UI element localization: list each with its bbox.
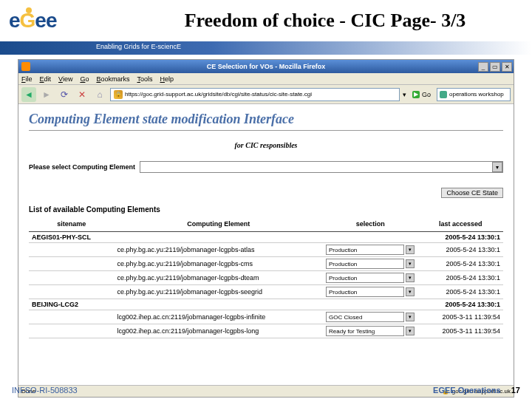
chevron-down-icon[interactable]: ▾ <box>406 327 415 335</box>
ce-row: ce.phy.bg.ac.yu:2119/jobmanager-lcgpbs-d… <box>29 271 503 285</box>
page-title: Computing Element state modification Int… <box>29 112 503 131</box>
search-text: operations workshop <box>449 91 504 98</box>
selection-cell: Production▾ <box>323 271 417 285</box>
ce-row: ce.phy.bg.ac.yu:2119/jobmanager-lcgpbs-s… <box>29 285 503 299</box>
footer-page-number: 17 <box>511 386 520 395</box>
maximize-button[interactable]: ▭ <box>490 62 500 72</box>
slide-footer: INFSO-RI-508833 EGEE Operations 17 <box>0 381 532 399</box>
slide-header: eGee Freedom of choice - CIC Page- 3/3 <box>0 0 532 41</box>
site-name: AEGIS01-PHY-SCL <box>29 232 115 243</box>
ce-row: lcg002.ihep.ac.cn:2119/jobmanager-lcgpbs… <box>29 310 503 324</box>
go-button[interactable]: ▶ Go <box>409 89 434 100</box>
lock-icon: 🔒 <box>114 90 123 99</box>
choose-ce-state-button[interactable]: Choose CE State <box>441 188 503 198</box>
chevron-down-icon[interactable]: ▾ <box>406 245 415 254</box>
egee-logo: eGee <box>0 0 118 41</box>
chevron-down-icon[interactable]: ▾ <box>406 287 415 296</box>
window-title: CE Selection for VOs - Mozilla Firefox <box>207 63 326 70</box>
menu-file[interactable]: File <box>21 75 33 83</box>
selection-cell: Production▾ <box>323 243 417 257</box>
url-text: https://goc.grid-support.ac.uk/gridsite/… <box>125 91 312 98</box>
last-accessed: 2005-5-24 13:30:1 <box>417 232 503 243</box>
last-accessed: 2005-5-24 13:30:1 <box>417 271 503 285</box>
search-input[interactable]: operations workshop <box>437 88 511 101</box>
menu-edit[interactable]: Edit <box>40 75 52 83</box>
list-title: List of available Computing Elements <box>29 205 503 214</box>
col-sitename: sitename <box>29 216 115 232</box>
browser-menubar: File Edit View Go Bookmarks Tools Help <box>18 73 514 85</box>
go-icon: ▶ <box>412 91 420 98</box>
browser-toolbar: ◄ ► ⟳ ✕ ⌂ 🔒 https://goc.grid-support.ac.… <box>18 85 514 104</box>
footer-left: INFSO-RI-508833 <box>12 386 433 395</box>
menu-go[interactable]: Go <box>80 75 89 83</box>
selection-dropdown[interactable]: Production <box>326 245 404 255</box>
reload-button[interactable]: ⟳ <box>57 87 72 102</box>
ce-name: lcg002.ihep.ac.cn:2119/jobmanager-lcgpbs… <box>115 310 323 324</box>
forward-button[interactable]: ► <box>39 87 54 102</box>
selection-dropdown[interactable]: Production <box>326 259 404 269</box>
menu-view[interactable]: View <box>58 75 72 83</box>
selection-cell: Production▾ <box>323 285 417 299</box>
ce-row: ce.phy.bg.ac.yu:2119/jobmanager-lcgpbs-c… <box>29 257 503 271</box>
minimize-button[interactable]: _ <box>478 62 488 72</box>
close-button[interactable]: ✕ <box>502 62 512 72</box>
selection-cell: GOC Closed▾ <box>323 310 417 324</box>
ce-name: ce.phy.bg.ac.yu:2119/jobmanager-lcgpbs-s… <box>115 285 323 299</box>
col-selection: selection <box>323 216 417 232</box>
last-accessed: 2005-3-11 11:39:54 <box>417 324 503 338</box>
page-content: Computing Element state modification Int… <box>18 104 514 385</box>
chevron-down-icon: ▾ <box>492 162 502 172</box>
last-accessed: 2005-5-24 13:30:1 <box>417 285 503 299</box>
site-row: AEGIS01-PHY-SCL2005-5-24 13:30:1 <box>29 232 503 243</box>
firefox-icon <box>21 62 30 71</box>
table-header-row: sitename Computing Element selection las… <box>29 216 503 232</box>
ce-name: ce.phy.bg.ac.yu:2119/jobmanager-lcgpbs-a… <box>115 243 323 257</box>
last-accessed: 2005-5-24 13:30:1 <box>417 299 503 310</box>
page-subtitle: for CIC responsibles <box>29 141 503 149</box>
site-name: BEIJING-LCG2 <box>29 299 115 310</box>
selection-dropdown[interactable]: GOC Closed <box>326 312 404 322</box>
chevron-down-icon[interactable]: ▾ <box>406 259 415 268</box>
back-button[interactable]: ◄ <box>21 87 36 102</box>
ce-name: ce.phy.bg.ac.yu:2119/jobmanager-lcgpbs-c… <box>115 257 323 271</box>
selection-cell: Production▾ <box>323 257 417 271</box>
search-engine-icon <box>440 91 447 98</box>
menu-help[interactable]: Help <box>160 75 174 83</box>
browser-titlebar: CE Selection for VOs - Mozilla Firefox _… <box>18 60 514 73</box>
stop-button[interactable]: ✕ <box>75 87 89 102</box>
chevron-down-icon[interactable]: ▾ <box>406 313 415 321</box>
home-button[interactable]: ⌂ <box>92 87 107 102</box>
menu-bookmarks[interactable]: Bookmarks <box>96 75 129 83</box>
selection-dropdown[interactable]: Production <box>326 273 404 283</box>
ce-name: ce.phy.bg.ac.yu:2119/jobmanager-lcgpbs-d… <box>115 271 323 285</box>
selection-dropdown[interactable]: Production <box>326 287 404 297</box>
selection-dropdown[interactable]: Ready for Testing <box>326 326 404 336</box>
menu-tools[interactable]: Tools <box>137 75 152 83</box>
gradient-bar: Enabling Grids for E-sciencE <box>0 41 532 55</box>
tagline: Enabling Grids for E-sciencE <box>96 43 181 50</box>
col-last-accessed: last accessed <box>417 216 503 232</box>
chevron-down-icon[interactable]: ▾ <box>406 273 415 282</box>
ce-row: ce.phy.bg.ac.yu:2119/jobmanager-lcgpbs-a… <box>29 243 503 257</box>
ce-table: sitename Computing Element selection las… <box>29 216 503 338</box>
ce-name: lcg002.ihep.ac.cn:2119/jobmanager-lcgpbs… <box>115 324 323 338</box>
browser-window: CE Selection for VOs - Mozilla Firefox _… <box>18 59 514 398</box>
col-ce: Computing Element <box>115 216 323 232</box>
site-row: BEIJING-LCG22005-5-24 13:30:1 <box>29 299 503 310</box>
footer-right: EGEE Operations <box>433 386 501 395</box>
address-bar[interactable]: 🔒 https://goc.grid-support.ac.uk/gridsit… <box>110 88 400 101</box>
last-accessed: 2005-5-24 13:30:1 <box>417 243 503 257</box>
ce-select-row: Please select Computing Element ▾ <box>29 161 503 173</box>
slide-title: Freedom of choice - CIC Page- 3/3 <box>118 10 532 32</box>
selection-cell: Ready for Testing▾ <box>323 324 417 338</box>
last-accessed: 2005-3-11 11:39:54 <box>417 310 503 324</box>
dropdown-icon[interactable]: ▾ <box>403 91 406 98</box>
ce-row: lcg002.ihep.ac.cn:2119/jobmanager-lcgpbs… <box>29 324 503 338</box>
ce-select-label: Please select Computing Element <box>29 163 135 171</box>
ce-select-dropdown[interactable]: ▾ <box>140 161 503 173</box>
last-accessed: 2005-5-24 13:30:1 <box>417 257 503 271</box>
